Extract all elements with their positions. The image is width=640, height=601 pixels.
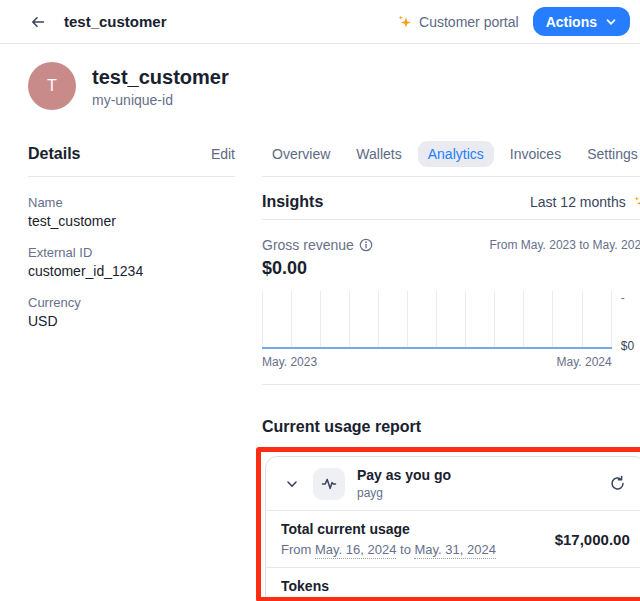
gridline: [436, 291, 437, 349]
usage-period: From May. 16, 2024 to May. 31, 2024: [281, 542, 496, 557]
gridline: [494, 291, 495, 349]
gridline: [320, 291, 321, 349]
insights-title: Insights: [262, 193, 323, 211]
gridline: [407, 291, 408, 349]
annotation-highlight-box: Pay as you go payg T: [256, 447, 640, 601]
avatar-letter: T: [47, 77, 57, 95]
plan-info: Pay as you go payg: [357, 467, 451, 500]
chart-x-axis: May. 2023 May. 2024: [262, 355, 640, 369]
period-selector[interactable]: Last 12 months: [530, 194, 640, 210]
gridline: [611, 291, 612, 349]
gridline: [552, 291, 553, 349]
plan-code: payg: [357, 486, 451, 500]
arrow-left-icon: [30, 14, 46, 30]
chart-plot-area: [262, 291, 612, 349]
gross-revenue-label: Gross revenue: [262, 237, 373, 253]
field-value: customer_id_1234: [28, 263, 235, 280]
y-tick-top: -: [621, 291, 625, 305]
sparkle-icon: [633, 195, 640, 210]
customer-portal-label: Customer portal: [419, 14, 519, 30]
chevron-down-icon: [605, 16, 617, 28]
gross-revenue-value: $0.00: [262, 258, 640, 279]
chart-zero-line: [262, 347, 612, 349]
actions-button[interactable]: Actions: [533, 7, 630, 36]
total-usage-label: Total current usage: [281, 521, 496, 538]
usage-report-title: Current usage report: [262, 418, 640, 436]
total-usage-info: Total current usage From May. 16, 2024 t…: [281, 521, 496, 557]
detail-field-name: Name test_customer: [28, 195, 235, 230]
plan-name: Pay as you go: [357, 467, 451, 484]
divider: [262, 176, 640, 177]
period-label: Last 12 months: [530, 194, 626, 210]
info-circle-icon[interactable]: [359, 238, 373, 252]
tab-bar: Overview Wallets Analytics Invoices Sett…: [262, 140, 640, 168]
period-from-label: From: [281, 542, 311, 557]
details-column: Details Edit Name test_customer External…: [28, 140, 235, 601]
field-label: External ID: [28, 245, 235, 261]
page-content: T test_customer my-unique-id Details Edi…: [0, 44, 640, 601]
chart-y-axis: - $0: [612, 291, 640, 349]
gridline: [582, 291, 583, 349]
plan-icon-badge: [313, 468, 345, 500]
divider: [28, 176, 235, 177]
gridline: [523, 291, 524, 349]
customer-name: test_customer: [92, 65, 229, 89]
chart-gridlines: [262, 291, 612, 349]
customer-portal-link[interactable]: Customer portal: [397, 14, 519, 30]
y-tick-zero: $0: [621, 339, 634, 353]
period-to-label: to: [400, 542, 411, 557]
customer-header: T test_customer my-unique-id: [28, 62, 628, 110]
customer-external-id: my-unique-id: [92, 92, 229, 108]
detail-field-currency: Currency USD: [28, 295, 235, 330]
period-start-date[interactable]: May. 16, 2024: [315, 542, 396, 559]
gridline: [378, 291, 379, 349]
chart-date-range: From May. 2023 to May. 2024: [489, 237, 640, 252]
divider: [262, 219, 640, 220]
details-title: Details: [28, 145, 80, 163]
metric-label-text: Gross revenue: [262, 237, 354, 253]
tab-invoices[interactable]: Invoices: [500, 141, 571, 167]
divider: [262, 384, 640, 385]
refresh-button[interactable]: [606, 472, 630, 496]
gridline: [349, 291, 350, 349]
tab-overview[interactable]: Overview: [262, 141, 340, 167]
edit-details-button[interactable]: Edit: [211, 146, 235, 162]
topbar: test_customer Customer portal Actions: [0, 0, 640, 44]
tab-settings[interactable]: Settings: [577, 141, 640, 167]
tab-wallets[interactable]: Wallets: [346, 141, 411, 167]
chevron-down-icon: [285, 477, 299, 491]
field-value: test_customer: [28, 213, 235, 230]
field-label: Name: [28, 195, 235, 211]
field-label: Currency: [28, 295, 235, 311]
page-title: test_customer: [64, 13, 167, 30]
gridline: [465, 291, 466, 349]
tab-analytics[interactable]: Analytics: [418, 141, 494, 167]
x-tick-start: May. 2023: [262, 355, 317, 369]
actions-label: Actions: [546, 14, 597, 30]
activity-icon: [321, 476, 337, 492]
detail-field-external-id: External ID customer_id_1234: [28, 245, 235, 280]
main-column: Overview Wallets Analytics Invoices Sett…: [262, 140, 640, 601]
total-usage-row: Total current usage From May. 16, 2024 t…: [266, 510, 640, 567]
collapse-toggle[interactable]: [281, 473, 303, 495]
avatar: T: [28, 62, 76, 110]
period-end-date[interactable]: May. 31, 2024: [414, 542, 495, 559]
sparkle-icon: [397, 14, 412, 29]
back-button[interactable]: [26, 10, 50, 34]
usage-item-info: Tokens openai_tokens: [281, 578, 359, 601]
usage-card: Pay as you go payg T: [265, 456, 640, 601]
field-value: USD: [28, 313, 235, 330]
usage-item-name: Tokens: [281, 578, 359, 595]
customer-identity: test_customer my-unique-id: [92, 65, 229, 108]
gridline: [291, 291, 292, 349]
gridline: [262, 291, 263, 349]
plan-header-row: Pay as you go payg: [266, 457, 640, 510]
total-usage-amount: $17,000.00: [555, 531, 630, 548]
usage-item-row: Tokens openai_tokens: [266, 567, 640, 601]
refresh-icon: [609, 475, 626, 492]
gross-revenue-chart: - $0: [262, 291, 640, 349]
x-tick-end: May. 2024: [557, 355, 612, 369]
